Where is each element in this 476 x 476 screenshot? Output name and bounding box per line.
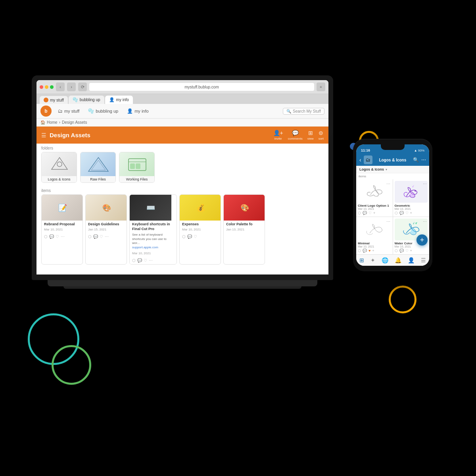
phone-comment-icon-2[interactable]: 💬 <box>399 211 404 215</box>
comments-icon: 💬 <box>292 130 299 136</box>
item-card-rebrand[interactable]: 📝 Rebrand Proposal Mar 10, 2021 ⬡ 💬 ♡ ⋯ <box>41 194 83 265</box>
nav-myinfo[interactable]: 👤 my info <box>125 107 151 115</box>
folders-grid: Logos & Icons Raw Files <box>36 152 328 186</box>
heart-icon4[interactable]: ♡ <box>194 234 197 239</box>
comment-icon[interactable]: 💬 <box>49 234 54 239</box>
item-info-color: Color Palette fo Jan 13, 2021 <box>224 221 265 234</box>
phone-add-icon-4[interactable]: + <box>410 249 412 253</box>
share-icon3[interactable]: ⬡ <box>132 258 136 263</box>
item-thumb-design: 🎨 <box>86 195 127 221</box>
item-date-expenses: Mar 10, 2021 <box>182 228 218 231</box>
page-header: ☰ Design Assets 👤+ invite 💬 comments <box>36 127 328 144</box>
phone-item-more-3[interactable]: ⋯ <box>386 219 390 224</box>
phone-add-icon-1[interactable]: + <box>373 211 375 215</box>
minimize-window-button[interactable] <box>45 85 48 89</box>
more-icon3[interactable]: ⋯ <box>149 258 153 263</box>
share-icon2[interactable]: ⬡ <box>88 234 92 239</box>
item-thumb-keyboard: ⌨️ <box>130 195 171 221</box>
comment-icon2[interactable]: 💬 <box>93 234 98 239</box>
phone-item-actions-2: ⬡ 💬 ♡ + <box>395 211 428 215</box>
invite-action[interactable]: 👤+ invite <box>273 130 283 140</box>
svg-rect-5 <box>130 163 135 169</box>
phone-section-title: Logos & Icons <box>375 158 411 162</box>
nav-bubblingup[interactable]: 🫧 bubbling up <box>86 107 121 115</box>
phone-share-icon-4[interactable]: ⬡ <box>395 249 398 253</box>
nav-bubblingup-label: bubbling up <box>96 109 118 113</box>
phone-item-more-1[interactable]: ⋯ <box>386 182 390 186</box>
browser-menu-button[interactable]: + <box>317 83 325 91</box>
address-bar[interactable]: mystuff.bublup.com <box>89 83 314 91</box>
more-icon[interactable]: ⋯ <box>61 234 65 239</box>
phone-search-icon[interactable]: 🔍 <box>413 157 419 163</box>
phone-heart-icon-2[interactable]: ♡ <box>405 211 409 215</box>
phone-add-icon-3[interactable]: + <box>372 249 374 253</box>
bubblingup-icon: 🫧 <box>88 108 94 114</box>
browser-toolbar: ‹ › ⟳ mystuff.bublup.com + <box>36 80 328 94</box>
phone-nav-explore[interactable]: ✦ <box>370 257 375 263</box>
phone-heart-icon-1[interactable]: ♡ <box>369 211 372 215</box>
heart-icon[interactable]: ♡ <box>56 234 59 239</box>
phone-fab-add[interactable]: + <box>416 234 428 246</box>
tab-bubblingup[interactable]: 🫧 bubbling up <box>69 96 104 104</box>
phone-time: 11:16 <box>361 148 370 152</box>
phone-item-geometric[interactable]: ⋯ Geometric Mar 10, 2021 ⬡ 💬 ♡ + <box>393 179 430 217</box>
more-icon2[interactable]: ⋯ <box>105 234 109 239</box>
close-window-button[interactable] <box>40 85 43 89</box>
browser-tabs: my stuff 🫧 bubbling up 👤 my info <box>36 94 328 104</box>
folder-name-logos: Logos & Icons <box>42 176 77 182</box>
phone-item-client-logo[interactable]: ⋯ Client Logo Option 1 Mar 10, 2021 ⬡ 💬 … <box>356 179 393 217</box>
item-card-keyboard[interactable]: ⌨️ Keyboard shortcuts in Final Cut Pro S… <box>129 194 177 265</box>
menu-icon[interactable]: ☰ <box>41 132 46 138</box>
phone-comment-icon-3[interactable]: 💬 <box>363 249 367 253</box>
nav-mystuff[interactable]: 🗂 my stuff <box>56 107 82 115</box>
phone-more-icon[interactable]: ⋯ <box>421 157 426 163</box>
share-icon[interactable]: ⬡ <box>44 234 48 239</box>
phone-share-icon-2[interactable]: ⬡ <box>395 211 398 215</box>
phone-nav-grid[interactable]: ⊞ <box>359 257 364 263</box>
phone-back-button[interactable]: ‹ <box>359 157 361 163</box>
folder-logos-icons[interactable]: Logos & Icons <box>41 152 77 183</box>
phone-subtitle-text: Logos & Icons <box>359 167 384 171</box>
folder-name-working: Working Files <box>119 176 154 182</box>
item-card-colorpalette[interactable]: 🎨 Color Palette fo Jan 13, 2021 <box>223 194 265 265</box>
sort-action[interactable]: ⊜ sort <box>319 130 324 140</box>
view-action[interactable]: ⊞ view <box>307 130 314 140</box>
item-link-keyboard[interactable]: support.apple.com <box>130 246 177 249</box>
phone-share-icon-1[interactable]: ⬡ <box>358 211 361 215</box>
maximize-window-button[interactable] <box>50 85 54 89</box>
laptop-base <box>48 280 317 286</box>
heart-icon3[interactable]: ♡ <box>144 258 147 263</box>
heart-icon2[interactable]: ♡ <box>100 234 103 239</box>
breadcrumb-home[interactable]: Home <box>47 120 58 125</box>
item-card-design[interactable]: 🎨 Design Guidelines Jan 15, 2021 ⬡ 💬 ♡ ⋯ <box>85 194 127 265</box>
phone-comment-icon-1[interactable]: 💬 <box>363 211 367 215</box>
browser-refresh-button[interactable]: ⟳ <box>78 83 87 91</box>
tab-myinfo[interactable]: 👤 my info <box>105 96 133 104</box>
phone-add-icon-2[interactable]: + <box>410 211 412 215</box>
browser-back-button[interactable]: ‹ <box>56 83 65 91</box>
comment-icon4[interactable]: 💬 <box>187 234 192 239</box>
share-icon4[interactable]: ⬡ <box>182 234 186 239</box>
item-thumb-expenses: 💰 <box>180 195 221 221</box>
comment-icon3[interactable]: 💬 <box>137 258 142 263</box>
phone-nav-menu[interactable]: ☰ <box>421 257 426 263</box>
phone-item-minimal[interactable]: ⋯ Minimal Mar 10, 2021 ⬡ 💬 ♥ + <box>356 217 393 254</box>
phone-item-more-2[interactable]: ⋯ <box>423 182 427 186</box>
phone-nav-bell[interactable]: 🔔 <box>395 257 401 263</box>
phone-heart-icon-3[interactable]: ♥ <box>369 249 370 253</box>
comments-action[interactable]: 💬 comments <box>288 130 303 140</box>
phone-nav-globe[interactable]: 🌐 <box>382 257 388 263</box>
phone-comment-icon-4[interactable]: 💬 <box>399 249 404 253</box>
phone-share-icon-3[interactable]: ⬡ <box>358 249 361 253</box>
browser-forward-button[interactable]: › <box>67 83 76 91</box>
invite-icon: 👤+ <box>273 130 283 136</box>
phone-heart-icon-4[interactable]: ♡ <box>405 249 409 253</box>
tab-mystuff[interactable]: my stuff <box>40 96 68 104</box>
phone-nav-person[interactable]: 👤 <box>408 257 415 263</box>
comments-label: comments <box>288 137 303 140</box>
folder-raw-files[interactable]: Raw Files <box>80 152 116 183</box>
search-bar[interactable]: 🔍 Search My Stuff <box>283 108 324 115</box>
item-card-expenses[interactable]: 💰 Expenses Mar 10, 2021 ⬡ 💬 ♡ <box>179 194 221 265</box>
phone-item-more-4[interactable]: ⋯ <box>423 219 427 224</box>
folder-working-files[interactable]: Working Files <box>119 152 155 183</box>
